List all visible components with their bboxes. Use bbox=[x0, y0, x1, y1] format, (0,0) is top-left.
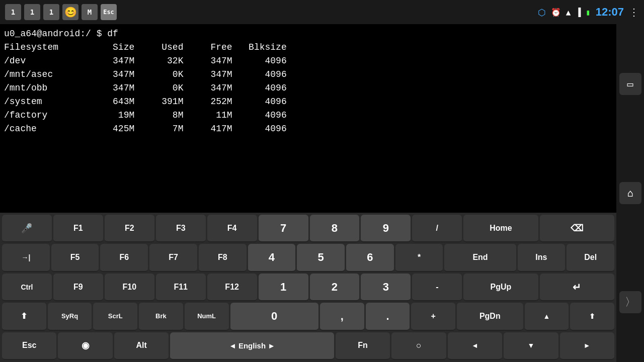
home-nav-icon bbox=[627, 187, 633, 199]
key-f12[interactable]: F12 bbox=[207, 274, 257, 301]
key-f8[interactable]: F8 bbox=[199, 244, 247, 272]
tab-icon bbox=[21, 253, 30, 262]
down-arrow-icon bbox=[527, 341, 534, 350]
terminal-area: u0_a64@android:/ $ df Filesystem Size Us… bbox=[0, 24, 616, 213]
language-selector[interactable]: ◄ English ► bbox=[229, 341, 275, 350]
side-chevron-button[interactable]: 〉 bbox=[619, 291, 641, 313]
rectangle-icon bbox=[627, 78, 633, 90]
keyboard-row-2: F5 F6 F7 F8 4 5 6 * End Ins Del bbox=[2, 244, 614, 272]
key-f11[interactable]: F11 bbox=[156, 274, 206, 301]
more-icon[interactable]: ⋮ bbox=[629, 6, 639, 18]
key-mic[interactable] bbox=[2, 215, 52, 242]
backspace-icon bbox=[571, 223, 583, 234]
key-slash[interactable]: / bbox=[412, 215, 462, 242]
status-time: 12:07 bbox=[596, 6, 624, 19]
key-0[interactable]: 0 bbox=[230, 303, 318, 330]
key-star[interactable]: * bbox=[395, 244, 443, 272]
key-minus[interactable]: - bbox=[412, 274, 462, 301]
key-period[interactable]: . bbox=[366, 303, 410, 330]
terminal-prompt: u0_a64@android:/ $ df bbox=[4, 27, 612, 41]
key-f1[interactable]: F1 bbox=[53, 215, 103, 242]
mic-icon bbox=[21, 223, 32, 234]
key-f7[interactable]: F7 bbox=[149, 244, 197, 272]
key-f4[interactable]: F4 bbox=[207, 215, 257, 242]
key-pgdn[interactable]: PgDn bbox=[457, 303, 523, 330]
key-esc[interactable]: Esc bbox=[2, 332, 56, 360]
key-numl[interactable]: NumL bbox=[185, 303, 229, 330]
battery-icon bbox=[586, 8, 591, 17]
lang-left-arrow[interactable]: ◄ bbox=[229, 341, 236, 350]
key-plus[interactable]: + bbox=[411, 303, 455, 330]
key-right-arrow[interactable] bbox=[560, 332, 614, 360]
key-9[interactable]: 9 bbox=[361, 215, 411, 242]
key-shift-right[interactable] bbox=[570, 303, 614, 330]
key-scrl[interactable]: ScrL bbox=[93, 303, 137, 330]
key-comma[interactable]: , bbox=[320, 303, 364, 330]
status-icon-smiley: 😊 bbox=[62, 4, 78, 20]
key-f3[interactable]: F3 bbox=[156, 215, 206, 242]
key-pgup[interactable]: PgUp bbox=[463, 274, 538, 301]
key-down-arrow[interactable] bbox=[504, 332, 558, 360]
key-3[interactable]: 3 bbox=[361, 274, 411, 301]
key-6[interactable]: 6 bbox=[346, 244, 394, 272]
key-f2[interactable]: F2 bbox=[105, 215, 154, 242]
key-f9[interactable]: F9 bbox=[53, 274, 103, 301]
key-f5[interactable]: F5 bbox=[51, 244, 99, 272]
side-navigation: 〉 bbox=[616, 24, 644, 362]
keyboard-row-4: SyRq ScrL Brk NumL 0 , . + PgDn bbox=[2, 303, 614, 330]
status-icon-gmail: M bbox=[82, 4, 98, 20]
key-shift-left[interactable] bbox=[2, 303, 46, 330]
terminal-row-obb: /mnt/obb 347M 0K 347M 4096 bbox=[4, 81, 612, 95]
keyboard-row-3: Ctrl F9 F10 F11 F12 1 2 3 - PgUp bbox=[2, 274, 614, 301]
key-ctrl[interactable]: Ctrl bbox=[2, 274, 52, 301]
shift-right-icon bbox=[589, 312, 595, 321]
key-circle-left[interactable] bbox=[58, 332, 112, 360]
status-icon-2: 1 bbox=[24, 4, 40, 20]
key-alt[interactable]: Alt bbox=[114, 332, 169, 360]
alarm-icon bbox=[551, 8, 561, 17]
status-icons-right: 12:07 ⋮ bbox=[538, 6, 639, 19]
circle-right-icon: ○ bbox=[416, 340, 422, 351]
key-ins[interactable]: Ins bbox=[518, 244, 566, 272]
key-5[interactable]: 5 bbox=[297, 244, 345, 272]
key-del[interactable]: Del bbox=[567, 244, 614, 272]
up-arrow-icon bbox=[543, 312, 550, 321]
key-up-arrow[interactable] bbox=[525, 303, 569, 330]
right-arrow-icon bbox=[584, 341, 591, 350]
key-fn[interactable]: Fn bbox=[336, 332, 390, 360]
key-f10[interactable]: F10 bbox=[105, 274, 154, 301]
lang-right-arrow[interactable]: ► bbox=[268, 341, 275, 350]
key-4[interactable]: 4 bbox=[248, 244, 296, 272]
status-bar: 1 1 1 😊 M Esc 12:07 ⋮ bbox=[0, 0, 644, 24]
key-left-arrow[interactable] bbox=[448, 332, 502, 360]
side-home-button[interactable] bbox=[619, 182, 641, 204]
status-icons-left: 1 1 1 😊 M Esc bbox=[5, 4, 117, 20]
key-7[interactable]: 7 bbox=[259, 215, 308, 242]
terminal-row-asec: /mnt/asec 347M 0K 347M 4096 bbox=[4, 68, 612, 81]
side-rectangle-button[interactable] bbox=[619, 73, 641, 95]
terminal-row-dev: /dev 347M 32K 347M 4096 bbox=[4, 54, 612, 68]
key-tab[interactable] bbox=[2, 244, 50, 272]
status-icon-1: 1 bbox=[5, 4, 21, 20]
key-8[interactable]: 8 bbox=[310, 215, 360, 242]
key-circle-right[interactable]: ○ bbox=[391, 332, 446, 360]
left-arrow-icon bbox=[471, 341, 478, 350]
shift-icon bbox=[21, 311, 27, 321]
key-language[interactable]: ◄ English ► bbox=[170, 332, 334, 360]
terminal-row-factory: /factory 19M 8M 11M 4096 bbox=[4, 109, 612, 122]
key-home[interactable]: Home bbox=[463, 215, 538, 242]
key-1[interactable]: 1 bbox=[259, 274, 308, 301]
key-2[interactable]: 2 bbox=[310, 274, 360, 301]
key-brk[interactable]: Brk bbox=[139, 303, 183, 330]
circle-left-icon bbox=[82, 340, 90, 351]
language-label: English bbox=[238, 341, 266, 350]
status-icon-esc: Esc bbox=[101, 4, 117, 20]
keyboard: F1 F2 F3 F4 7 8 9 / Home F5 F6 F7 F8 4 5… bbox=[0, 213, 616, 362]
key-f6[interactable]: F6 bbox=[100, 244, 148, 272]
key-enter[interactable] bbox=[540, 274, 614, 301]
key-backspace[interactable] bbox=[540, 215, 614, 242]
key-sysrq[interactable]: SyRq bbox=[48, 303, 92, 330]
keyboard-row-5: Esc Alt ◄ English ► Fn ○ bbox=[2, 332, 614, 360]
key-end[interactable]: End bbox=[444, 244, 516, 272]
terminal-row-cache: /cache 425M 7M 417M 4096 bbox=[4, 122, 612, 136]
